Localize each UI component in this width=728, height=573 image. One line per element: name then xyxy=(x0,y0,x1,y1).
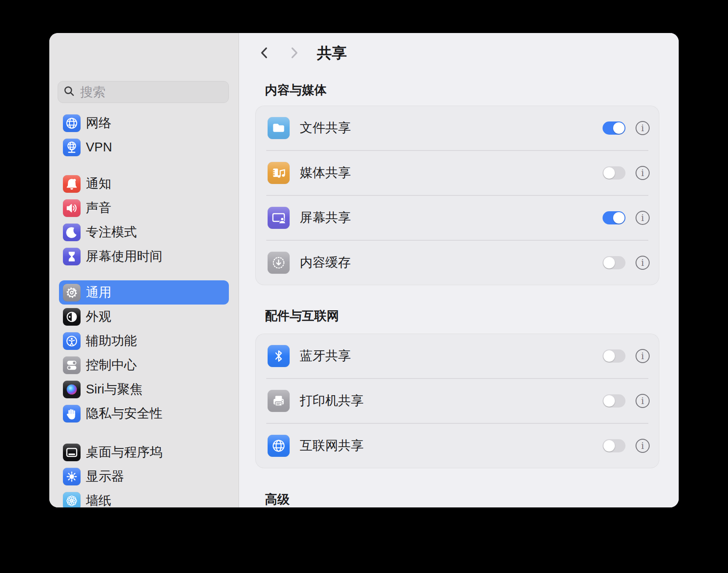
section-header: 内容与媒体 xyxy=(265,84,327,96)
search-field[interactable] xyxy=(58,81,229,103)
bell-icon xyxy=(63,175,81,193)
media-icon xyxy=(268,162,290,184)
info-button[interactable]: i xyxy=(636,439,650,453)
search-input[interactable] xyxy=(80,85,212,99)
desktop-dock-icon xyxy=(63,444,81,461)
sidebar-item-label: Siri与聚焦 xyxy=(86,381,143,398)
screen-sharing-toggle[interactable] xyxy=(603,211,625,224)
section-header: 配件与互联网 xyxy=(265,310,339,322)
sidebar-item-displays[interactable]: 显示器 xyxy=(59,464,229,489)
row-bluetooth-sharing: 蓝牙共享 i xyxy=(256,334,659,378)
info-button[interactable]: i xyxy=(636,349,650,363)
sidebar-item-general[interactable]: 通用 xyxy=(59,280,229,305)
gear-icon xyxy=(63,284,81,301)
folder-icon xyxy=(268,117,290,139)
sidebar-item-label: 屏幕使用时间 xyxy=(86,248,162,265)
file-sharing-toggle[interactable] xyxy=(603,121,625,135)
sidebar-item-label: 通知 xyxy=(86,175,111,193)
row-media-sharing: 媒体共享 i xyxy=(256,151,659,195)
sidebar-item-label: 墙纸 xyxy=(86,492,111,508)
info-icon: i xyxy=(641,258,644,267)
sidebar-nav: 网络 VPN xyxy=(49,111,239,507)
content-media-group: 文件共享 i xyxy=(255,106,659,285)
settings-row-label: 屏幕共享 xyxy=(300,209,351,227)
sound-icon xyxy=(63,199,81,217)
sidebar-item-privacy-security[interactable]: 隐私与安全性 xyxy=(59,401,229,426)
settings-row-label: 内容缓存 xyxy=(300,254,351,272)
row-file-sharing: 文件共享 i xyxy=(256,106,659,150)
info-icon: i xyxy=(641,213,644,222)
info-button[interactable]: i xyxy=(636,166,650,180)
settings-row-label: 打印机共享 xyxy=(300,392,364,410)
sidebar-item-label: 外观 xyxy=(86,308,111,326)
info-button[interactable]: i xyxy=(636,394,650,408)
sidebar-item-label: 控制中心 xyxy=(86,356,137,374)
sidebar-item-wallpaper[interactable]: 墙纸 xyxy=(59,489,229,507)
sidebar-item-vpn[interactable]: VPN xyxy=(59,135,229,159)
hand-icon xyxy=(63,405,81,422)
globe-icon xyxy=(268,435,290,457)
moon-icon xyxy=(63,224,81,241)
sidebar-item-label: 网络 xyxy=(86,114,111,132)
sidebar-item-sound[interactable]: 声音 xyxy=(59,196,229,220)
info-button[interactable]: i xyxy=(636,121,650,135)
media-sharing-toggle[interactable] xyxy=(603,166,625,180)
settings-row-label: 文件共享 xyxy=(300,119,351,137)
siri-icon xyxy=(63,381,81,398)
sidebar-item-label: 隐私与安全性 xyxy=(86,405,162,422)
wallpaper-icon xyxy=(63,492,81,508)
printer-sharing-toggle[interactable] xyxy=(603,394,625,408)
sidebar: 网络 VPN xyxy=(49,33,239,507)
sidebar-item-label: 桌面与程序坞 xyxy=(86,444,162,461)
sun-icon xyxy=(63,468,81,485)
sidebar-item-siri-spotlight[interactable]: Siri与聚焦 xyxy=(59,377,229,401)
accessories-internet-group: 蓝牙共享 i 打 xyxy=(255,334,659,468)
screen-sharing-icon xyxy=(268,207,290,229)
forward-button[interactable] xyxy=(288,46,301,59)
appearance-icon xyxy=(63,308,81,326)
sidebar-item-screen-time[interactable]: 屏幕使用时间 xyxy=(59,244,229,268)
back-button[interactable] xyxy=(257,46,271,59)
sidebar-item-focus[interactable]: 专注模式 xyxy=(59,220,229,244)
control-center-icon xyxy=(63,356,81,374)
info-icon: i xyxy=(641,169,644,177)
settings-row-label: 蓝牙共享 xyxy=(300,347,351,365)
info-button[interactable]: i xyxy=(636,256,650,270)
search-icon xyxy=(63,85,75,99)
screen: 网络 VPN xyxy=(0,0,728,573)
row-screen-sharing: 屏幕共享 i xyxy=(256,196,659,240)
content-caching-toggle[interactable] xyxy=(603,256,625,269)
bluetooth-icon xyxy=(268,345,290,367)
sharing-pane: 共享 内容与媒体 文件共享 i xyxy=(239,33,679,507)
sidebar-item-label: 专注模式 xyxy=(86,224,137,241)
info-icon: i xyxy=(641,441,644,450)
sidebar-item-control-center[interactable]: 控制中心 xyxy=(59,353,229,377)
network-icon xyxy=(63,114,81,132)
sidebar-item-label: 通用 xyxy=(86,284,111,301)
system-settings-window: 网络 VPN xyxy=(49,33,679,507)
sidebar-item-label: VPN xyxy=(86,140,112,154)
sidebar-item-notifications[interactable]: 通知 xyxy=(59,172,229,196)
vpn-icon xyxy=(63,139,81,156)
settings-row-label: 互联网共享 xyxy=(300,437,364,455)
sidebar-item-accessibility[interactable]: 辅助功能 xyxy=(59,329,229,353)
sidebar-item-network[interactable]: 网络 xyxy=(59,111,229,135)
info-icon: i xyxy=(641,397,644,405)
info-icon: i xyxy=(641,124,644,132)
hourglass-icon xyxy=(63,248,81,265)
printer-icon xyxy=(268,390,290,412)
info-button[interactable]: i xyxy=(636,211,650,225)
content-caching-icon xyxy=(268,252,290,274)
info-icon: i xyxy=(641,352,644,360)
accessibility-icon xyxy=(63,332,81,350)
section-header: 高级 xyxy=(265,493,290,506)
row-content-caching: 内容缓存 i xyxy=(256,241,659,285)
settings-row-label: 媒体共享 xyxy=(300,164,351,182)
sidebar-item-label: 声音 xyxy=(86,199,111,217)
bluetooth-sharing-toggle[interactable] xyxy=(603,349,625,363)
row-printer-sharing: 打印机共享 i xyxy=(256,379,659,423)
sidebar-item-desktop-dock[interactable]: 桌面与程序坞 xyxy=(59,440,229,464)
sidebar-item-appearance[interactable]: 外观 xyxy=(59,305,229,329)
sidebar-item-label: 显示器 xyxy=(86,468,124,485)
internet-sharing-toggle[interactable] xyxy=(603,439,625,452)
